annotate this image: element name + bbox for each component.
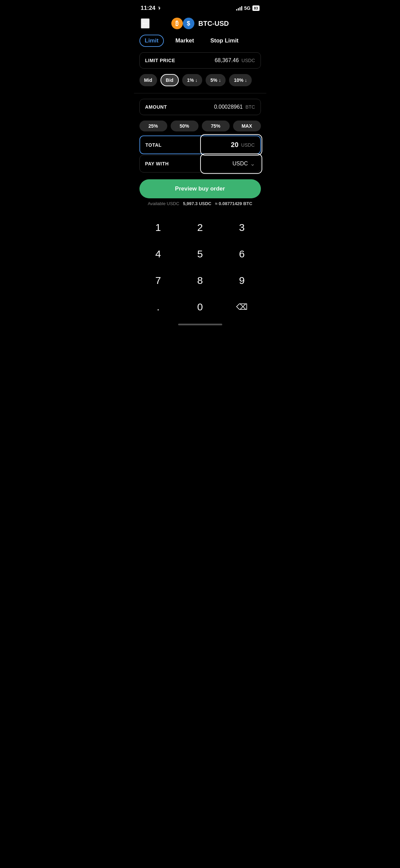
- key-9[interactable]: 9: [221, 267, 263, 294]
- key-7[interactable]: 7: [137, 267, 179, 294]
- home-bar: [178, 324, 222, 325]
- available-balance-row: Available USDC 5,997.3 USDC ≈ 0.08771429…: [134, 201, 266, 206]
- btc-icon: ₿: [171, 18, 183, 29]
- pct-max[interactable]: MAX: [233, 121, 261, 131]
- adj-bid[interactable]: Bid: [160, 74, 179, 86]
- pay-with-field[interactable]: PAY WITH USDC ⌄: [139, 155, 261, 173]
- key-1[interactable]: 1: [137, 214, 179, 241]
- key-backspace[interactable]: ⌫: [221, 294, 263, 320]
- limit-price-value-group: 68,367.46 USDC: [215, 57, 255, 64]
- key-dot[interactable]: .: [137, 294, 179, 320]
- limit-price-value: 68,367.46: [215, 57, 239, 64]
- tab-stop-limit[interactable]: Stop Limit: [206, 35, 243, 46]
- adj-1pct[interactable]: 1% ↓: [182, 74, 202, 86]
- location-icon: [157, 6, 161, 11]
- amount-value: 0.00028961: [214, 104, 243, 110]
- key-5[interactable]: 5: [179, 241, 221, 267]
- price-adj-row: Mid Bid 1% ↓ 5% ↓ 10% ↓: [134, 73, 266, 92]
- pay-with-value-group: USDC ⌄: [232, 160, 255, 167]
- key-0[interactable]: 0: [179, 294, 221, 320]
- limit-price-currency: USDC: [242, 58, 255, 63]
- pct-50[interactable]: 50%: [171, 121, 198, 131]
- tab-market[interactable]: Market: [171, 35, 199, 46]
- adj-5pct[interactable]: 5% ↓: [206, 74, 226, 86]
- limit-price-field[interactable]: LIMIT PRICE 68,367.46 USDC: [139, 52, 261, 69]
- tab-limit[interactable]: Limit: [139, 35, 164, 47]
- signal-strength: [236, 6, 242, 11]
- adj-10pct[interactable]: 10% ↓: [229, 74, 252, 86]
- pay-with-label: PAY WITH: [145, 161, 169, 166]
- preview-buy-order-button[interactable]: Preview buy order: [139, 179, 261, 198]
- status-time: 11:24: [141, 5, 161, 12]
- pct-25[interactable]: 25%: [139, 121, 167, 131]
- key-8[interactable]: 8: [179, 267, 221, 294]
- total-value-group: 20 USDC: [231, 141, 255, 149]
- adj-mid[interactable]: Mid: [139, 74, 157, 86]
- total-label: TOTAL: [146, 142, 162, 148]
- pair-name: BTC-USD: [198, 20, 229, 28]
- back-button[interactable]: ←: [141, 18, 150, 29]
- nav-header: ← ₿ $ BTC-USD: [134, 14, 266, 35]
- percent-buttons-row: 25% 50% 75% MAX: [134, 119, 266, 135]
- limit-price-label: LIMIT PRICE: [145, 58, 175, 63]
- key-2[interactable]: 2: [179, 214, 221, 241]
- numeric-keypad: 1 2 3 4 5 6 7 8 9 . 0 ⌫: [134, 214, 266, 320]
- order-type-tabs: Limit Market Stop Limit: [134, 35, 266, 52]
- pair-info: ₿ $ BTC-USD: [171, 18, 229, 29]
- amount-field[interactable]: AMOUNT 0.00028961 BTC: [139, 99, 261, 115]
- status-bar: 11:24 5G 83: [134, 0, 266, 14]
- key-6[interactable]: 6: [221, 241, 263, 267]
- amount-label: AMOUNT: [145, 104, 167, 110]
- available-usdc: 5,997.3 USDC: [183, 201, 211, 206]
- pct-75[interactable]: 75%: [202, 121, 230, 131]
- key-3[interactable]: 3: [221, 214, 263, 241]
- amount-value-group: 0.00028961 BTC: [214, 104, 255, 110]
- section-divider: [134, 93, 266, 93]
- usd-icon: $: [183, 18, 194, 29]
- total-field[interactable]: TOTAL 20 USDC: [139, 135, 261, 154]
- total-section-wrapper: TOTAL 20 USDC: [139, 135, 261, 154]
- status-icons: 5G 83: [236, 5, 260, 11]
- network-type: 5G: [244, 5, 251, 11]
- pay-with-wrapper: PAY WITH USDC ⌄: [139, 155, 261, 173]
- total-value: 20: [231, 141, 239, 149]
- total-currency: USDC: [241, 142, 255, 148]
- battery-indicator: 83: [252, 5, 259, 11]
- available-btc-approx: ≈ 0.08771429 BTC: [215, 201, 252, 206]
- key-4[interactable]: 4: [137, 241, 179, 267]
- pay-with-value: USDC: [232, 161, 248, 167]
- time-display: 11:24: [141, 5, 155, 12]
- home-indicator: [134, 320, 266, 327]
- amount-currency: BTC: [246, 104, 255, 110]
- dropdown-chevron-icon: ⌄: [250, 160, 255, 167]
- available-label: Available USDC: [148, 201, 179, 206]
